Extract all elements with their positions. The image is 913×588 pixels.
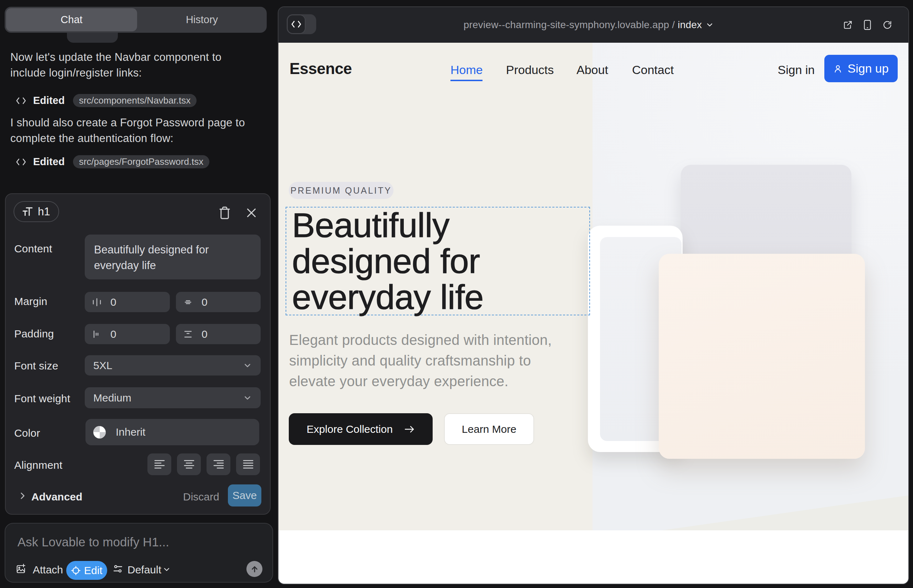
- assistant-message-line: include login/register links:: [10, 65, 222, 81]
- explore-collection-button[interactable]: Explore Collection: [289, 413, 433, 445]
- explore-collection-label: Explore Collection: [307, 423, 393, 435]
- nav-link-about[interactable]: About: [576, 63, 608, 77]
- edited-label: Edited: [33, 156, 65, 168]
- learn-more-label: Learn More: [462, 423, 516, 435]
- margin-horizontal-icon: [92, 297, 102, 307]
- align-left-button[interactable]: [147, 454, 171, 475]
- margin-vertical-icon: [183, 297, 193, 307]
- hero-paragraph: Elegant products designed with intention…: [289, 330, 552, 391]
- hero-headline[interactable]: Beautifully designed for everyday life: [292, 207, 484, 315]
- font-weight-label: Font weight: [14, 393, 70, 405]
- edit-mode-chip[interactable]: Edit: [66, 561, 107, 580]
- color-label: Color: [14, 427, 40, 439]
- tab-chat[interactable]: Chat: [6, 8, 137, 31]
- decor-card-cream: [659, 254, 865, 459]
- content-input[interactable]: Beautifully designed for everyday life: [85, 234, 261, 279]
- open-in-new-tab-icon[interactable]: [843, 20, 853, 30]
- delete-element-button[interactable]: [217, 205, 232, 220]
- refresh-icon[interactable]: [882, 20, 892, 30]
- edited-file-pill[interactable]: src/pages/ForgotPassword.tsx: [73, 155, 210, 168]
- chevron-right-icon: [17, 491, 28, 501]
- edited-file-pill[interactable]: src/components/Navbar.tsx: [73, 94, 197, 107]
- tab-chat-label: Chat: [60, 14, 82, 26]
- preview-address[interactable]: preview--charming-site-symphony.lovable.…: [278, 7, 904, 43]
- preview-url-host: preview--charming-site-symphony.lovable.…: [464, 19, 669, 31]
- learn-more-button[interactable]: Learn More: [444, 413, 534, 445]
- padding-y-input[interactable]: 0: [176, 324, 261, 344]
- nav-link-home[interactable]: Home: [450, 63, 483, 77]
- type-icon: [23, 207, 33, 217]
- color-select[interactable]: Inherit: [86, 419, 259, 445]
- font-size-label: Font size: [14, 360, 58, 372]
- content-label: Content: [14, 243, 52, 255]
- hero-paragraph-line: Elegant products designed with intention…: [289, 330, 552, 350]
- send-button[interactable]: [246, 561, 262, 577]
- font-weight-select[interactable]: Medium: [85, 387, 261, 408]
- composer-input[interactable]: Ask Lovable to modify H1...: [18, 535, 169, 549]
- selected-element-chip: h1: [13, 201, 59, 222]
- preview-url-page: index: [678, 19, 702, 31]
- chevron-down-icon: [162, 565, 171, 574]
- hero-badge: PREMIUM QUALITY: [289, 182, 393, 199]
- sign-in-link[interactable]: Sign in: [778, 63, 815, 77]
- chevron-down-icon: [243, 393, 252, 402]
- tab-history-label: History: [186, 14, 218, 26]
- color-value: Inherit: [116, 426, 145, 438]
- font-size-select[interactable]: 5XL: [85, 355, 261, 375]
- edited-file-row: Edited src/pages/ForgotPassword.tsx: [16, 155, 209, 168]
- hero-headline-line: Beautifully: [292, 207, 484, 243]
- font-size-value: 5XL: [93, 360, 112, 372]
- sliders-icon: [113, 564, 123, 574]
- padding-y-value: 0: [202, 328, 207, 340]
- padding-x-input[interactable]: 0: [85, 324, 170, 344]
- font-weight-value: Medium: [93, 392, 131, 404]
- assistant-message-line: I should also create a Forgot Password p…: [10, 115, 245, 131]
- assistant-message-line: Now let's update the Navbar component to: [10, 50, 222, 65]
- edited-label: Edited: [33, 95, 65, 107]
- advanced-toggle[interactable]: Advanced: [31, 491, 82, 503]
- user-icon: [833, 64, 842, 73]
- discard-button[interactable]: Discard: [183, 491, 219, 503]
- tab-history[interactable]: History: [137, 8, 267, 31]
- margin-y-value: 0: [202, 296, 207, 308]
- code-icon: [16, 96, 26, 105]
- edit-chip-label: Edit: [84, 564, 102, 577]
- mode-select[interactable]: Default: [128, 564, 161, 576]
- sign-up-label: Sign up: [847, 61, 889, 76]
- mobile-view-icon[interactable]: [863, 19, 873, 30]
- margin-x-input[interactable]: 0: [85, 292, 170, 312]
- padding-x-value: 0: [110, 328, 117, 340]
- padding-vertical-icon: [183, 329, 193, 339]
- close-editor-button[interactable]: [244, 206, 259, 220]
- image-plus-icon: [16, 564, 26, 574]
- code-icon: [16, 157, 26, 166]
- margin-y-input[interactable]: 0: [176, 292, 261, 312]
- preview-window: preview--charming-site-symphony.lovable.…: [278, 6, 909, 585]
- nav-active-underline: [450, 80, 482, 81]
- arrow-right-icon: [404, 425, 415, 434]
- color-swatch-transparent: [93, 426, 106, 438]
- site-preview: Essence Home Products About Contact Sign…: [278, 43, 908, 584]
- attach-button[interactable]: Attach: [33, 564, 63, 576]
- chat-sidebar: Chat History Now let's update the Navbar…: [0, 0, 274, 588]
- align-center-button[interactable]: [177, 454, 201, 475]
- crosshair-icon: [71, 565, 81, 575]
- align-right-button[interactable]: [207, 454, 230, 475]
- assistant-message: Now let's update the Navbar component to…: [10, 50, 222, 81]
- save-button[interactable]: Save: [228, 485, 261, 507]
- align-justify-button[interactable]: [236, 454, 260, 475]
- lovable-app: Chat History Now let's update the Navbar…: [0, 0, 913, 588]
- nav-link-products[interactable]: Products: [506, 63, 554, 77]
- padding-label: Padding: [14, 328, 54, 340]
- hero-paragraph-line: elevate your everyday experience.: [289, 371, 552, 391]
- assistant-message-line: complete the authentication flow:: [10, 131, 245, 146]
- content-input-value: Beautifully designed for everyday life: [85, 234, 261, 273]
- edited-file-row: Edited src/components/Navbar.tsx: [16, 94, 197, 107]
- chevron-down-icon: [706, 21, 714, 29]
- padding-horizontal-icon: [92, 329, 102, 339]
- selected-element-tag: h1: [38, 205, 50, 218]
- sign-up-button[interactable]: Sign up: [824, 55, 898, 82]
- alignment-label: Alignment: [14, 459, 62, 471]
- user-message-bubble-partial: [67, 33, 118, 43]
- nav-link-contact[interactable]: Contact: [632, 63, 674, 77]
